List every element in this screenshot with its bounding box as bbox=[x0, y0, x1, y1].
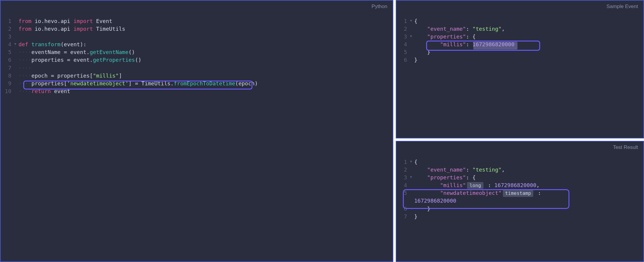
method-name: fromEpochToDatetime bbox=[174, 80, 235, 87]
json-line[interactable]: 1 ▼ { bbox=[399, 158, 643, 166]
code-line[interactable]: 4 ▼ def transform(event): bbox=[3, 41, 393, 48]
method-name: getProperties bbox=[93, 57, 135, 63]
line-number: 7 bbox=[399, 213, 410, 221]
fold-toggle-icon[interactable]: ▼ bbox=[410, 33, 414, 39]
code-line[interactable]: 5 ····eventName = event.getEventName() bbox=[3, 48, 393, 56]
json-string: "testing" bbox=[472, 26, 502, 32]
code-line[interactable]: 9 ····properties['newdatetimeobject'] = … bbox=[3, 80, 393, 87]
json-line[interactable]: 1 ▼ { bbox=[399, 17, 643, 25]
code-line[interactable]: 7 ···· bbox=[3, 64, 393, 72]
line-number: 8 bbox=[3, 72, 14, 80]
line-number: 3 bbox=[3, 33, 14, 41]
json-number: 1672986820000 bbox=[472, 41, 514, 47]
json-key: "properties" bbox=[427, 33, 466, 40]
line-number: 3 bbox=[399, 174, 410, 181]
json-number: 1672986820000 bbox=[494, 182, 536, 188]
keyword: from bbox=[19, 18, 31, 24]
json-line[interactable]: 4 "millis": 1672986820000 bbox=[399, 41, 643, 48]
json-line[interactable]: 7 } bbox=[399, 213, 643, 221]
json-number: 1672986820000 bbox=[414, 198, 456, 204]
line-number: 6 bbox=[399, 56, 410, 64]
json-line[interactable]: 6 } bbox=[399, 205, 643, 213]
line-number: 5 bbox=[3, 48, 14, 56]
json-key: "event_name" bbox=[427, 26, 466, 32]
line-number: 7 bbox=[3, 64, 14, 72]
line-number: 4 bbox=[399, 181, 410, 189]
line-number: 9 bbox=[3, 80, 14, 87]
fold-toggle-icon[interactable]: ▼ bbox=[410, 158, 414, 164]
json-line[interactable]: 2 "event_name": "testing", bbox=[399, 25, 643, 33]
keyword: def bbox=[19, 41, 28, 47]
line-number: 3 bbox=[399, 33, 410, 41]
json-line[interactable]: 4 "millis"long : 1672986820000, bbox=[399, 181, 643, 189]
whitespace-indicator: ···· bbox=[19, 49, 31, 55]
line-number: 5 bbox=[399, 48, 410, 56]
json-key: "millis" bbox=[440, 41, 466, 47]
string-literal: "millis" bbox=[93, 73, 119, 79]
test-result-pane[interactable]: Test Result 1 ▼ { 2 "event_name": "testi… bbox=[396, 141, 644, 262]
function-name: transform bbox=[28, 41, 61, 47]
whitespace-indicator: ···· bbox=[19, 73, 31, 79]
fold-gutter bbox=[14, 17, 19, 19]
json-key: "millis" bbox=[440, 182, 466, 188]
whitespace-indicator: ···· bbox=[19, 65, 31, 71]
json-line[interactable]: 6 } bbox=[399, 56, 643, 64]
string-literal: 'newdatetimeobject' bbox=[67, 80, 129, 87]
json-key: "event_name" bbox=[427, 167, 466, 173]
whitespace-indicator: ···· bbox=[19, 80, 31, 87]
json-line[interactable]: 5 } bbox=[399, 48, 643, 56]
type-badge: long bbox=[467, 182, 483, 189]
line-number: 1 bbox=[399, 158, 410, 166]
line-number: 2 bbox=[3, 25, 14, 33]
json-key: "properties" bbox=[427, 174, 466, 181]
json-string: "testing" bbox=[472, 167, 502, 173]
pane-title: Python bbox=[372, 3, 387, 10]
line-number: 2 bbox=[399, 166, 410, 174]
line-number: 4 bbox=[399, 41, 410, 48]
keyword: import bbox=[73, 18, 93, 24]
code-line[interactable]: 2 from io.hevo.api import TimeUtils bbox=[3, 25, 393, 33]
line-number: 10 bbox=[3, 87, 14, 95]
fold-toggle-icon[interactable]: ▼ bbox=[14, 41, 19, 47]
line-number: 1 bbox=[3, 17, 14, 25]
whitespace-indicator: ···· bbox=[19, 57, 31, 63]
keyword: import bbox=[73, 26, 93, 32]
line-number: 4 bbox=[3, 41, 14, 48]
line-number: 5 bbox=[399, 189, 410, 197]
code-line[interactable]: 3 bbox=[3, 33, 393, 41]
line-number: 6 bbox=[399, 205, 410, 213]
fold-toggle-icon[interactable]: ▼ bbox=[410, 17, 414, 23]
pane-title: Sample Event bbox=[606, 3, 638, 10]
keyword: return bbox=[31, 88, 51, 94]
line-number: 2 bbox=[399, 25, 410, 33]
sample-event-pane[interactable]: Sample Event 1 ▼ { 2 "event_name": "test… bbox=[396, 0, 644, 138]
code-line[interactable]: 8 ····epoch = properties["millis"] bbox=[3, 72, 393, 80]
whitespace-indicator: ···· bbox=[19, 88, 31, 94]
pane-title: Test Result bbox=[613, 144, 638, 151]
json-line[interactable]: 2 "event_name": "testing", bbox=[399, 166, 643, 174]
json-line[interactable]: 3 ▼ "properties": { bbox=[399, 33, 643, 41]
json-line[interactable]: 3 ▼ "properties": { bbox=[399, 174, 643, 181]
code-line[interactable]: 1 from io.hevo.api import Event bbox=[3, 17, 393, 25]
code-line[interactable]: 10 ····return event bbox=[3, 87, 393, 95]
line-number: 1 bbox=[399, 17, 410, 25]
keyword: from bbox=[19, 26, 31, 32]
json-line[interactable]: 5 "newdatetimeobject"timestamp : bbox=[399, 189, 643, 197]
json-line-wrap[interactable]: 1672986820000 bbox=[399, 197, 643, 205]
code-editor-pane[interactable]: Python 1 from io.hevo.api import Event 2… bbox=[0, 0, 393, 262]
type-badge: timestamp bbox=[503, 190, 534, 197]
fold-toggle-icon[interactable]: ▼ bbox=[410, 174, 414, 180]
method-name: getEventName bbox=[90, 49, 128, 55]
json-area[interactable]: 1 ▼ { 2 "event_name": "testing", 3 ▼ "pr… bbox=[396, 141, 643, 221]
code-area[interactable]: 1 from io.hevo.api import Event 2 from i… bbox=[1, 1, 393, 95]
json-key: "newdatetimeobject" bbox=[440, 190, 502, 196]
code-line[interactable]: 6 ····properties = event.getProperties() bbox=[3, 56, 393, 64]
line-number: 6 bbox=[3, 56, 14, 64]
